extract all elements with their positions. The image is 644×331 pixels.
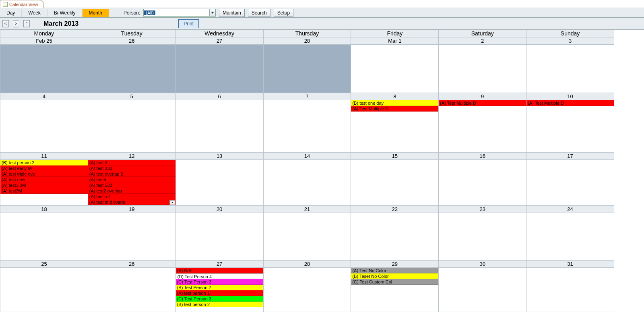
calendar-day-cell[interactable] <box>88 213 175 261</box>
date-header-cell[interactable]: 16 <box>438 153 526 160</box>
date-header-cell[interactable]: 26 <box>88 37 175 45</box>
date-header-cell[interactable]: 10 <box>526 93 614 100</box>
date-header-cell[interactable]: 7 <box>263 93 351 100</box>
calendar-event[interactable]: (A) test 330 <box>88 166 175 171</box>
view-tab-day[interactable]: Day <box>0 9 22 17</box>
calendar-event[interactable]: (A) test early M <box>0 166 88 171</box>
calendar-day-cell[interactable]: (B) test one day(A) Test Multiple D <box>351 100 438 153</box>
calendar-event[interactable]: (B) Test Person 2 <box>176 285 263 290</box>
calendar-event[interactable]: (A) test 3 <box>88 160 175 166</box>
date-header-cell[interactable]: 27 <box>175 261 263 268</box>
calendar-day-cell[interactable] <box>263 45 351 93</box>
calendar-event[interactable]: (C) Test Person 3 <box>176 296 263 302</box>
calendar-event[interactable]: (A) test person 1 <box>176 290 263 296</box>
calendar-day-cell[interactable] <box>351 213 438 261</box>
calendar-day-cell[interactable]: (A) Test No Color(B) Teset No Color(C) T… <box>351 268 438 312</box>
date-header-cell[interactable]: 26 <box>88 261 175 268</box>
calendar-day-cell[interactable]: (A) Test Multiple D <box>438 100 526 153</box>
date-header-cell[interactable]: 5 <box>88 93 175 100</box>
view-tab-month[interactable]: Month <box>83 9 109 17</box>
calendar-event[interactable]: (A) test1-3M <box>0 182 88 188</box>
calendar-day-cell[interactable]: (B) test person 2(A) test early M(A) tes… <box>0 160 88 206</box>
search-button[interactable]: Search <box>248 9 270 17</box>
chevron-down-icon[interactable] <box>209 9 215 16</box>
calendar-event[interactable]: (A) N/A <box>176 268 263 273</box>
calendar-event[interactable]: (C) Test Custom Col <box>351 279 438 285</box>
calendar-day-cell[interactable] <box>0 100 88 153</box>
calendar-day-cell[interactable] <box>88 268 175 312</box>
date-header-cell[interactable]: 21 <box>263 206 351 213</box>
calendar-day-cell[interactable] <box>175 213 263 261</box>
document-tab-calendar-view[interactable]: Calendar View <box>0 0 44 8</box>
date-header-cell[interactable]: 29 <box>351 261 438 268</box>
calendar-day-cell[interactable] <box>263 213 351 261</box>
date-header-cell[interactable]: Feb 25 <box>0 37 88 45</box>
date-header-cell[interactable]: 22 <box>351 206 438 213</box>
calendar-day-cell[interactable] <box>88 100 175 153</box>
calendar-day-cell[interactable]: (A) test 3(A) test 330(A) test overlap 2… <box>88 160 175 206</box>
calendar-day-cell[interactable] <box>526 213 614 261</box>
maintain-button[interactable]: Maintain <box>219 9 244 17</box>
calendar-day-cell[interactable] <box>175 45 263 93</box>
calendar-event[interactable]: (A) test mid overla <box>88 199 175 205</box>
date-header-cell[interactable]: 14 <box>263 153 351 160</box>
person-combo[interactable]: (All) <box>143 9 216 17</box>
date-header-cell[interactable]: 28 <box>263 261 351 268</box>
date-header-cell[interactable]: 9 <box>438 93 526 100</box>
calendar-day-cell[interactable]: (A) N/A(D) Test Person 4(C) Test Person … <box>175 268 263 312</box>
date-header-cell[interactable]: 13 <box>175 153 263 160</box>
calendar-day-cell[interactable] <box>0 45 88 93</box>
calendar-day-cell[interactable] <box>0 213 88 261</box>
calendar-day-cell[interactable] <box>526 268 614 312</box>
calendar-day-cell[interactable] <box>263 268 351 312</box>
date-header-cell[interactable]: 3 <box>526 37 614 45</box>
calendar-day-cell[interactable] <box>263 100 351 153</box>
date-header-cell[interactable]: 4 <box>0 93 88 100</box>
calendar-day-cell[interactable] <box>175 160 263 206</box>
calendar-day-cell[interactable] <box>438 45 526 93</box>
calendar-event[interactable]: (A) Test Multiple D <box>526 100 614 106</box>
calendar-event[interactable]: (B) test person 2 <box>176 302 263 307</box>
view-tab-week[interactable]: Week <box>22 9 47 17</box>
calendar-day-cell[interactable] <box>0 268 88 312</box>
date-header-cell[interactable]: 18 <box>0 206 88 213</box>
date-header-cell[interactable]: 15 <box>351 153 438 160</box>
calendar-event[interactable]: (B) test one day <box>351 100 438 106</box>
calendar-event[interactable]: (A) Test No Color <box>351 268 438 273</box>
calendar-event[interactable]: (A) Test Multiple D <box>439 100 526 106</box>
date-header-cell[interactable]: 17 <box>526 153 614 160</box>
calendar-day-cell[interactable] <box>526 160 614 206</box>
date-header-cell[interactable]: 24 <box>526 206 614 213</box>
calendar-day-cell[interactable] <box>351 160 438 206</box>
date-header-cell[interactable]: 2 <box>438 37 526 45</box>
calendar-day-cell[interactable] <box>526 45 614 93</box>
calendar-event[interactable]: (A) test 530 <box>88 182 175 188</box>
calendar-day-cell[interactable] <box>175 100 263 153</box>
calendar-event[interactable]: (A) test3M <box>0 188 88 194</box>
calendar-event[interactable]: (A) test5 <box>88 177 175 182</box>
calendar-event[interactable]: (A) test overlap 2 <box>88 171 175 177</box>
date-header-cell[interactable]: 19 <box>88 206 175 213</box>
calendar-event[interactable]: (A) test2 overlap <box>88 188 175 194</box>
date-header-cell[interactable]: 11 <box>0 153 88 160</box>
calendar-day-cell[interactable] <box>263 160 351 206</box>
calendar-day-cell[interactable] <box>351 45 438 93</box>
calendar-day-cell[interactable] <box>438 213 526 261</box>
date-header-cell[interactable]: 12 <box>88 153 175 160</box>
date-header-cell[interactable]: 20 <box>175 206 263 213</box>
print-button[interactable]: Print <box>178 19 199 28</box>
date-header-cell[interactable]: 27 <box>175 37 263 45</box>
setup-button[interactable]: Setup <box>274 9 293 17</box>
date-header-cell[interactable]: 8 <box>351 93 438 100</box>
calendar-event[interactable]: (D) Test Person 4 <box>176 273 263 279</box>
date-header-cell[interactable]: 30 <box>438 261 526 268</box>
date-header-cell[interactable]: 28 <box>263 37 351 45</box>
next-button[interactable]: > <box>13 20 19 27</box>
calendar-event[interactable]: (C) Test Person 3 <box>176 279 263 285</box>
calendar-event[interactable]: (A) testTu1 <box>88 194 175 199</box>
calendar-event[interactable]: (A) test triple ove <box>0 171 88 177</box>
date-header-cell[interactable]: 25 <box>0 261 88 268</box>
up-button[interactable]: ^ <box>23 20 30 27</box>
date-header-cell[interactable]: 23 <box>438 206 526 213</box>
calendar-day-cell[interactable] <box>438 268 526 312</box>
